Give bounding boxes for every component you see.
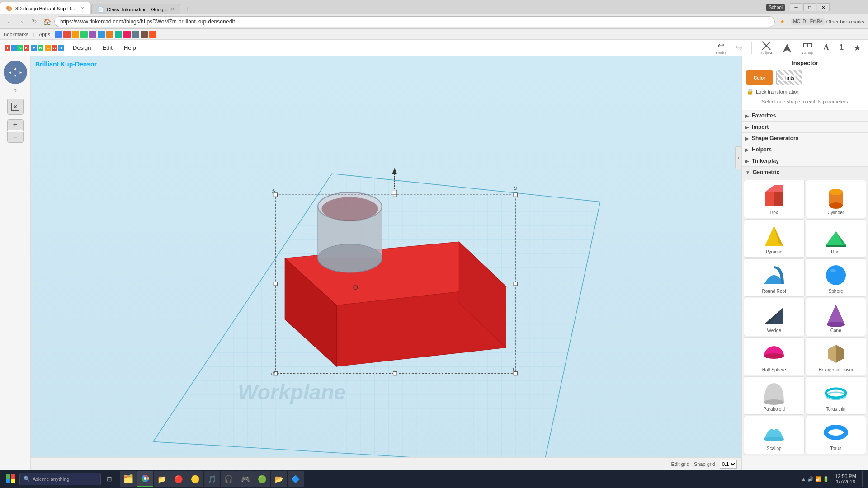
number-tool[interactable]: 1	[836, 42, 846, 53]
shape-cone[interactable]: Cone	[806, 298, 867, 336]
section-tinkerplay[interactable]: ▶ Tinkerplay	[742, 155, 868, 167]
taskbar-app-8[interactable]: 📂	[271, 471, 287, 487]
logo-e: E	[31, 45, 37, 51]
edit-menu[interactable]: Edit	[100, 43, 114, 52]
logo-n: N	[17, 45, 23, 51]
status-bar: Edit grid Snap grid 0.1 0.5 1	[31, 457, 741, 470]
canvas-viewport[interactable]: Brilliant Kup-Densor Workplane	[31, 56, 741, 470]
task-view-button[interactable]: ⊟	[102, 471, 117, 487]
show-desktop-button[interactable]	[862, 471, 866, 487]
taskbar-clock[interactable]: 12:50 PM 1/7/2016	[831, 474, 860, 484]
shape-half-sphere[interactable]: Half Sphere	[744, 337, 805, 375]
shape-cylinder[interactable]: Cylinder	[806, 180, 867, 218]
back-button[interactable]: ‹	[4, 16, 14, 27]
url-bar[interactable]: https://www.tinkercad.com/things/hIIpsDW…	[54, 16, 775, 27]
zoom-in-button[interactable]: +	[7, 119, 24, 130]
taskbar-systray[interactable]: ▲ 🔊 📶 🔋	[801, 476, 829, 482]
helpers-arrow: ▶	[745, 147, 749, 152]
import-arrow: ▶	[745, 125, 749, 130]
text-tool[interactable]: A	[821, 42, 832, 53]
redo-button[interactable]: ↪	[733, 42, 745, 54]
group-button[interactable]: Group	[799, 40, 816, 56]
notification-badge: School	[766, 4, 785, 11]
tinkerplay-label: Tinkerplay	[752, 158, 779, 164]
tinkercad-logo[interactable]: T I N K E R C A D	[5, 45, 64, 51]
new-tab-button[interactable]: +	[182, 4, 194, 14]
logo-r: R	[38, 45, 43, 51]
bookmark-apps[interactable]: Apps	[39, 32, 50, 37]
snap-value-select[interactable]: 0.1 0.5 1	[720, 460, 737, 469]
zoom-out-button[interactable]: −	[7, 132, 24, 143]
taskbar-date: 1/7/2016	[836, 479, 855, 484]
adjust-button[interactable]: Adjust	[758, 40, 775, 56]
shape-hex-prism[interactable]: Hexagonal Prism	[806, 337, 867, 375]
section-shape-generators[interactable]: ▶ Shape Generators	[742, 133, 868, 144]
svg-text:↻: ↻	[512, 367, 517, 373]
home-button[interactable]: 🏠	[42, 16, 52, 27]
tab-close-2[interactable]: ✕	[170, 6, 175, 12]
home-view-button[interactable]	[7, 99, 24, 115]
forward-button[interactable]: ›	[16, 16, 27, 27]
edit-grid-button[interactable]: Edit grid	[671, 461, 689, 467]
shape-round-roof[interactable]: Round Roof	[744, 258, 805, 297]
shape-scallop[interactable]: Scallop	[744, 416, 805, 454]
section-favorites[interactable]: ▶ Favorites	[742, 110, 868, 122]
mirror-button[interactable]	[779, 42, 795, 54]
favorite-tool[interactable]: ★	[851, 42, 863, 54]
texture-button[interactable]: Tints	[776, 70, 802, 85]
taskbar-app-explorer[interactable]: 🗂️	[120, 471, 137, 487]
taskbar-app-7[interactable]: 🟢	[254, 471, 270, 487]
svg-point-54	[826, 265, 846, 285]
taskbar-app-2[interactable]: 🔴	[170, 471, 187, 487]
svg-rect-70	[6, 479, 10, 483]
compass-navigator[interactable]: ▲ ▼ ◄ ►	[4, 61, 27, 84]
other-bookmarks[interactable]: Other bookmarks	[826, 19, 864, 24]
shape-box-label: Box	[770, 210, 778, 215]
import-label: Import	[752, 124, 769, 130]
maximize-button[interactable]: □	[803, 3, 816, 11]
start-button[interactable]	[2, 471, 19, 487]
svg-text:▼: ▼	[14, 74, 17, 78]
taskbar-app-1[interactable]: 📁	[154, 471, 170, 487]
project-name[interactable]: Brilliant Kup-Densor	[35, 61, 97, 68]
svg-point-66	[764, 437, 784, 441]
taskbar-search[interactable]: 🔍 Ask me anything	[19, 473, 101, 485]
help-menu[interactable]: Help	[122, 43, 138, 52]
browser-tab-inactive[interactable]: 📄 Class_Information - Goog... ✕	[91, 4, 180, 14]
bookmark-star[interactable]: ★	[777, 16, 788, 27]
color-button[interactable]: Color	[746, 70, 773, 85]
undo-button[interactable]: ↩ Undo	[713, 40, 728, 56]
shape-box[interactable]: Box	[744, 180, 805, 218]
shape-roof[interactable]: Roof	[806, 219, 867, 258]
taskbar-app-3[interactable]: 🟡	[187, 471, 203, 487]
taskbar-app-chrome[interactable]	[137, 471, 153, 487]
svg-text:▲: ▲	[14, 66, 17, 70]
taskbar-app-9[interactable]: 🔷	[288, 471, 304, 487]
left-toolbar: ▲ ▼ ◄ ► ? + −	[0, 56, 31, 470]
bookmarks-label[interactable]: Bookmarks	[4, 32, 28, 37]
svg-rect-53	[826, 245, 846, 247]
taskbar-app-4[interactable]: 🎵	[204, 471, 220, 487]
shape-roof-label: Roof	[831, 249, 840, 254]
tab-close-1[interactable]: ✕	[80, 5, 85, 11]
shape-paraboloid[interactable]: Paraboloid	[744, 376, 805, 415]
adjust-label: Adjust	[761, 51, 772, 55]
taskbar-app-5[interactable]: 🎧	[221, 471, 237, 487]
browser-tab-active[interactable]: 🎨 3D design Brilliant Kup-D... ✕	[0, 2, 90, 14]
section-geometric[interactable]: ▼ Geometric	[742, 167, 868, 178]
shape-sphere[interactable]: Sphere	[806, 258, 867, 297]
minimize-button[interactable]: ─	[790, 3, 802, 11]
shape-torus-label: Torus	[830, 446, 841, 451]
shape-pyramid[interactable]: Pyramid	[744, 219, 805, 258]
taskbar-app-6[interactable]: 🎮	[237, 471, 254, 487]
section-helpers[interactable]: ▶ Helpers	[742, 144, 868, 155]
shape-torus-thin[interactable]: Torus thin	[806, 376, 867, 415]
section-import[interactable]: ▶ Import	[742, 122, 868, 133]
svg-point-59	[827, 322, 845, 327]
refresh-button[interactable]: ↻	[29, 16, 40, 27]
design-menu[interactable]: Design	[71, 43, 93, 52]
svg-text:↻: ↻	[513, 185, 518, 192]
shape-torus[interactable]: Torus	[806, 416, 867, 454]
shape-wedge[interactable]: Wedge	[744, 298, 805, 336]
close-button[interactable]: ✕	[817, 3, 830, 11]
